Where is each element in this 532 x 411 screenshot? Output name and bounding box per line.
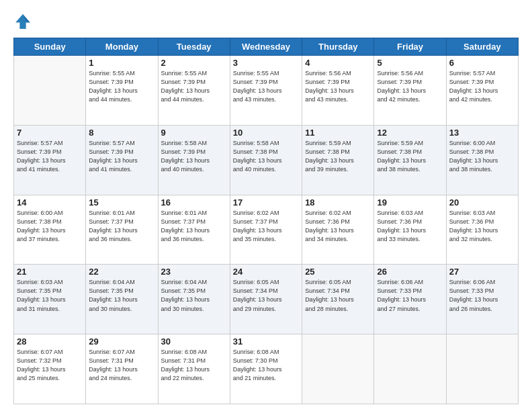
calendar-cell: 5Sunrise: 5:56 AMSunset: 7:39 PMDaylight… [374, 56, 446, 126]
day-number: 23 [161, 267, 227, 277]
day-number: 25 [305, 267, 371, 277]
calendar: SundayMondayTuesdayWednesdayThursdayFrid… [13, 38, 519, 404]
day-info: Sunrise: 5:58 AMSunset: 7:38 PMDaylight:… [233, 139, 299, 174]
calendar-cell: 6Sunrise: 5:57 AMSunset: 7:39 PMDaylight… [446, 56, 518, 126]
weekday-friday: Friday [374, 38, 446, 56]
calendar-cell: 12Sunrise: 5:59 AMSunset: 7:38 PMDayligh… [374, 125, 446, 195]
week-row-3: 14Sunrise: 6:00 AMSunset: 7:38 PMDayligh… [14, 195, 519, 265]
header [13, 12, 519, 31]
calendar-cell: 26Sunrise: 6:06 AMSunset: 7:33 PMDayligh… [374, 265, 446, 334]
day-info: Sunrise: 6:02 AMSunset: 7:37 PMDaylight:… [233, 209, 299, 244]
day-info: Sunrise: 6:08 AMSunset: 7:31 PMDaylight:… [161, 348, 227, 383]
logo-icon [13, 12, 32, 31]
day-number: 22 [89, 267, 154, 277]
day-info: Sunrise: 5:55 AMSunset: 7:39 PMDaylight:… [161, 69, 227, 104]
day-number: 13 [449, 128, 515, 138]
calendar-cell: 29Sunrise: 6:07 AMSunset: 7:31 PMDayligh… [86, 334, 158, 404]
day-info: Sunrise: 5:57 AMSunset: 7:39 PMDaylight:… [449, 69, 515, 104]
weekday-tuesday: Tuesday [158, 38, 230, 56]
day-number: 10 [233, 128, 299, 138]
calendar-cell [14, 56, 86, 126]
calendar-cell: 7Sunrise: 5:57 AMSunset: 7:39 PMDaylight… [14, 125, 86, 195]
day-number: 30 [161, 336, 227, 347]
day-info: Sunrise: 5:59 AMSunset: 7:38 PMDaylight:… [305, 139, 371, 174]
calendar-cell: 23Sunrise: 6:04 AMSunset: 7:35 PMDayligh… [158, 265, 230, 334]
calendar-cell [302, 334, 374, 404]
day-number: 6 [449, 58, 515, 68]
calendar-cell: 1Sunrise: 5:55 AMSunset: 7:39 PMDaylight… [86, 56, 158, 126]
day-number: 8 [89, 128, 154, 138]
week-row-4: 21Sunrise: 6:03 AMSunset: 7:35 PMDayligh… [14, 265, 519, 334]
day-info: Sunrise: 6:06 AMSunset: 7:33 PMDaylight:… [449, 278, 515, 313]
day-number: 17 [233, 197, 299, 208]
calendar-cell: 2Sunrise: 5:55 AMSunset: 7:39 PMDaylight… [158, 56, 230, 126]
weekday-thursday: Thursday [302, 38, 374, 56]
calendar-cell: 13Sunrise: 6:00 AMSunset: 7:38 PMDayligh… [446, 125, 518, 195]
day-info: Sunrise: 6:07 AMSunset: 7:31 PMDaylight:… [89, 348, 154, 383]
week-row-1: 1Sunrise: 5:55 AMSunset: 7:39 PMDaylight… [14, 56, 519, 126]
day-number: 1 [89, 58, 154, 68]
calendar-cell: 8Sunrise: 5:57 AMSunset: 7:39 PMDaylight… [86, 125, 158, 195]
calendar-cell: 10Sunrise: 5:58 AMSunset: 7:38 PMDayligh… [230, 125, 302, 195]
logo [13, 12, 35, 31]
weekday-sunday: Sunday [14, 38, 86, 56]
day-number: 5 [377, 58, 443, 68]
day-info: Sunrise: 6:03 AMSunset: 7:36 PMDaylight:… [449, 209, 515, 244]
day-info: Sunrise: 6:08 AMSunset: 7:30 PMDaylight:… [233, 348, 299, 383]
calendar-cell: 17Sunrise: 6:02 AMSunset: 7:37 PMDayligh… [230, 195, 302, 265]
day-number: 16 [161, 197, 227, 208]
calendar-cell: 21Sunrise: 6:03 AMSunset: 7:35 PMDayligh… [14, 265, 86, 334]
weekday-saturday: Saturday [446, 38, 518, 56]
calendar-cell [446, 334, 518, 404]
day-info: Sunrise: 5:56 AMSunset: 7:39 PMDaylight:… [305, 69, 371, 104]
day-info: Sunrise: 6:05 AMSunset: 7:34 PMDaylight:… [305, 278, 371, 313]
day-number: 3 [233, 58, 299, 68]
day-info: Sunrise: 6:00 AMSunset: 7:38 PMDaylight:… [449, 139, 515, 174]
day-number: 26 [377, 267, 443, 277]
day-info: Sunrise: 5:57 AMSunset: 7:39 PMDaylight:… [17, 139, 83, 174]
day-number: 4 [305, 58, 371, 68]
day-info: Sunrise: 6:00 AMSunset: 7:38 PMDaylight:… [17, 209, 83, 244]
day-info: Sunrise: 6:01 AMSunset: 7:37 PMDaylight:… [161, 209, 227, 244]
day-number: 15 [89, 197, 154, 208]
day-info: Sunrise: 6:03 AMSunset: 7:36 PMDaylight:… [377, 209, 443, 244]
day-number: 24 [233, 267, 299, 277]
calendar-cell: 25Sunrise: 6:05 AMSunset: 7:34 PMDayligh… [302, 265, 374, 334]
day-info: Sunrise: 6:06 AMSunset: 7:33 PMDaylight:… [377, 278, 443, 313]
calendar-cell: 30Sunrise: 6:08 AMSunset: 7:31 PMDayligh… [158, 334, 230, 404]
calendar-cell: 16Sunrise: 6:01 AMSunset: 7:37 PMDayligh… [158, 195, 230, 265]
calendar-cell: 27Sunrise: 6:06 AMSunset: 7:33 PMDayligh… [446, 265, 518, 334]
day-info: Sunrise: 6:03 AMSunset: 7:35 PMDaylight:… [17, 278, 83, 313]
day-info: Sunrise: 6:01 AMSunset: 7:37 PMDaylight:… [89, 209, 154, 244]
day-info: Sunrise: 6:05 AMSunset: 7:34 PMDaylight:… [233, 278, 299, 313]
calendar-cell: 15Sunrise: 6:01 AMSunset: 7:37 PMDayligh… [86, 195, 158, 265]
calendar-cell: 11Sunrise: 5:59 AMSunset: 7:38 PMDayligh… [302, 125, 374, 195]
calendar-cell: 18Sunrise: 6:02 AMSunset: 7:36 PMDayligh… [302, 195, 374, 265]
day-info: Sunrise: 6:07 AMSunset: 7:32 PMDaylight:… [17, 348, 83, 383]
weekday-monday: Monday [86, 38, 158, 56]
day-info: Sunrise: 5:57 AMSunset: 7:39 PMDaylight:… [89, 139, 154, 174]
day-info: Sunrise: 6:04 AMSunset: 7:35 PMDaylight:… [161, 278, 227, 313]
day-info: Sunrise: 6:02 AMSunset: 7:36 PMDaylight:… [305, 209, 371, 244]
weekday-header-row: SundayMondayTuesdayWednesdayThursdayFrid… [14, 38, 519, 56]
day-number: 31 [233, 336, 299, 347]
week-row-5: 28Sunrise: 6:07 AMSunset: 7:32 PMDayligh… [14, 334, 519, 404]
day-info: Sunrise: 5:56 AMSunset: 7:39 PMDaylight:… [377, 69, 443, 104]
day-number: 9 [161, 128, 227, 138]
day-number: 28 [17, 336, 83, 347]
calendar-cell: 19Sunrise: 6:03 AMSunset: 7:36 PMDayligh… [374, 195, 446, 265]
calendar-cell: 4Sunrise: 5:56 AMSunset: 7:39 PMDaylight… [302, 56, 374, 126]
day-number: 21 [17, 267, 83, 277]
day-number: 11 [305, 128, 371, 138]
day-number: 7 [17, 128, 83, 138]
calendar-cell: 22Sunrise: 6:04 AMSunset: 7:35 PMDayligh… [86, 265, 158, 334]
day-info: Sunrise: 6:04 AMSunset: 7:35 PMDaylight:… [89, 278, 154, 313]
day-number: 27 [449, 267, 515, 277]
day-info: Sunrise: 5:55 AMSunset: 7:39 PMDaylight:… [89, 69, 154, 104]
day-info: Sunrise: 5:55 AMSunset: 7:39 PMDaylight:… [233, 69, 299, 104]
weekday-wednesday: Wednesday [230, 38, 302, 56]
calendar-cell: 14Sunrise: 6:00 AMSunset: 7:38 PMDayligh… [14, 195, 86, 265]
day-number: 14 [17, 197, 83, 208]
day-number: 2 [161, 58, 227, 68]
calendar-cell: 28Sunrise: 6:07 AMSunset: 7:32 PMDayligh… [14, 334, 86, 404]
